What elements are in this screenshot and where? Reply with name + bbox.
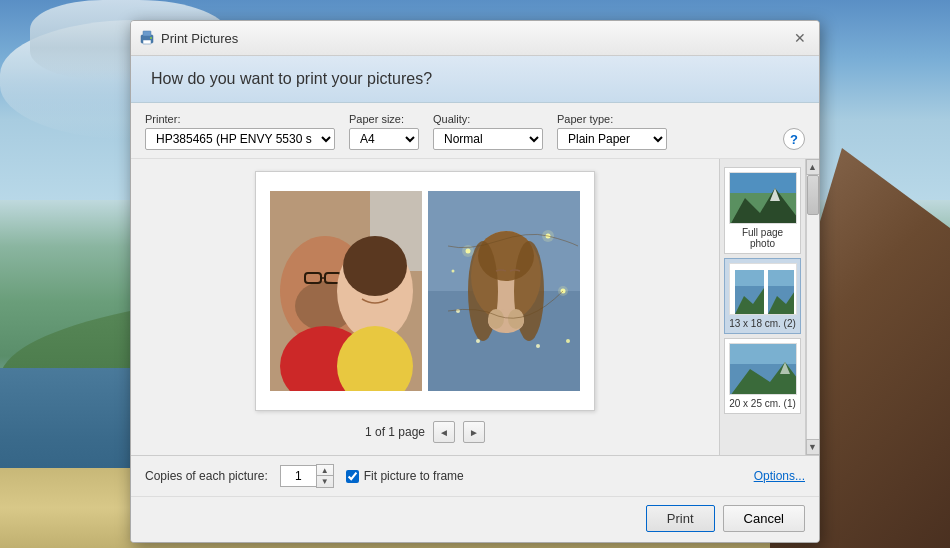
layout-label-fullpage: Full page photo <box>729 227 796 249</box>
action-buttons: Print Cancel <box>131 496 819 542</box>
layout-item-20x25[interactable]: 20 x 25 cm. (1) <box>724 338 801 414</box>
thumb-fullpage-svg <box>730 173 797 224</box>
scrollbar-vertical: ▲ ▼ <box>805 159 819 455</box>
svg-point-3 <box>150 37 152 39</box>
fit-checkbox-text: Fit picture to frame <box>364 469 464 483</box>
close-button[interactable]: ✕ <box>789 27 811 49</box>
svg-rect-2 <box>143 40 151 44</box>
photo2 <box>428 191 580 391</box>
svg-point-23 <box>508 309 524 329</box>
dialog-header: How do you want to print your pictures? <box>131 56 819 103</box>
options-link[interactable]: Options... <box>754 469 805 483</box>
print-dialog: Print Pictures ✕ How do you want to prin… <box>130 20 820 543</box>
paper-size-label: Paper size: <box>349 113 419 125</box>
printer-label: Printer: <box>145 113 335 125</box>
layout-label-20x25: 20 x 25 cm. (1) <box>729 398 796 409</box>
thumb-20x25-svg <box>730 344 797 395</box>
fit-checkbox-label[interactable]: Fit picture to frame <box>346 469 464 483</box>
quality-label: Quality: <box>433 113 543 125</box>
layout-label-13x18: 13 x 18 cm. (2) <box>729 318 796 329</box>
next-page-button[interactable]: ► <box>463 421 485 443</box>
thumb-13x18-svg <box>732 266 794 315</box>
photo1 <box>270 191 422 391</box>
svg-rect-42 <box>735 270 764 286</box>
scroll-up-button[interactable]: ▲ <box>806 159 820 175</box>
photo1-container <box>270 191 422 391</box>
preview-area: 1 of 1 page ◄ ► <box>131 159 719 455</box>
main-content: 1 of 1 page ◄ ► <box>131 159 819 455</box>
layout-item-fullpage[interactable]: Full page photo <box>724 167 801 254</box>
fit-checkbox-input[interactable] <box>346 470 359 483</box>
copies-spinner-down[interactable]: ▼ <box>317 476 333 487</box>
layout-thumb-13x18 <box>729 263 797 315</box>
svg-point-22 <box>488 309 504 329</box>
svg-point-31 <box>566 339 570 343</box>
page-nav: 1 of 1 page ◄ ► <box>365 421 485 443</box>
bottom-bar: Copies of each picture: ▲ ▼ Fit picture … <box>131 455 819 496</box>
paper-size-select[interactable]: A4 <box>349 128 419 150</box>
scroll-down-button[interactable]: ▼ <box>806 439 820 455</box>
quality-select[interactable]: Normal <box>433 128 543 150</box>
layout-thumb-20x25 <box>729 343 797 395</box>
paper-type-group: Paper type: Plain Paper <box>557 113 667 150</box>
title-bar-left: Print Pictures <box>139 30 238 46</box>
copies-input[interactable] <box>280 465 316 487</box>
copies-input-wrap: ▲ ▼ <box>280 464 334 488</box>
title-text: Print Pictures <box>161 31 238 46</box>
paper-size-group: Paper size: A4 <box>349 113 419 150</box>
svg-point-13 <box>343 236 407 296</box>
layout-items: Full page photo <box>720 163 805 418</box>
svg-point-30 <box>452 270 455 273</box>
header-question: How do you want to print your pictures? <box>151 70 799 88</box>
controls-row: Printer: HP385465 (HP ENVY 5530 series) … <box>131 103 819 159</box>
quality-group: Quality: Normal <box>433 113 543 150</box>
paper-type-label: Paper type: <box>557 113 667 125</box>
cancel-button[interactable]: Cancel <box>723 505 805 532</box>
printer-group: Printer: HP385465 (HP ENVY 5530 series) <box>145 113 335 150</box>
svg-rect-43 <box>768 270 794 286</box>
help-button[interactable]: ? <box>783 128 805 150</box>
preview-page <box>255 171 595 411</box>
page-info: 1 of 1 page <box>365 425 425 439</box>
layout-panel: Full page photo <box>719 159 819 455</box>
print-button[interactable]: Print <box>646 505 715 532</box>
layout-item-13x18[interactable]: 13 x 18 cm. (2) <box>724 258 801 334</box>
copies-spinner-up[interactable]: ▲ <box>317 465 333 476</box>
paper-type-select[interactable]: Plain Paper <box>557 128 667 150</box>
copies-label: Copies of each picture: <box>145 469 268 483</box>
scroll-thumb[interactable] <box>807 175 819 215</box>
copies-spinners: ▲ ▼ <box>316 464 334 488</box>
svg-point-28 <box>476 339 480 343</box>
scroll-track <box>806 175 820 439</box>
printer-select[interactable]: HP385465 (HP ENVY 5530 series) <box>145 128 335 150</box>
svg-rect-1 <box>143 31 151 36</box>
svg-rect-47 <box>730 344 797 364</box>
svg-point-29 <box>536 344 540 348</box>
svg-rect-36 <box>730 173 797 193</box>
layout-thumb-fullpage <box>729 172 797 224</box>
prev-page-button[interactable]: ◄ <box>433 421 455 443</box>
printer-icon <box>139 30 155 46</box>
photo2-container <box>428 191 580 391</box>
title-bar: Print Pictures ✕ <box>131 21 819 56</box>
